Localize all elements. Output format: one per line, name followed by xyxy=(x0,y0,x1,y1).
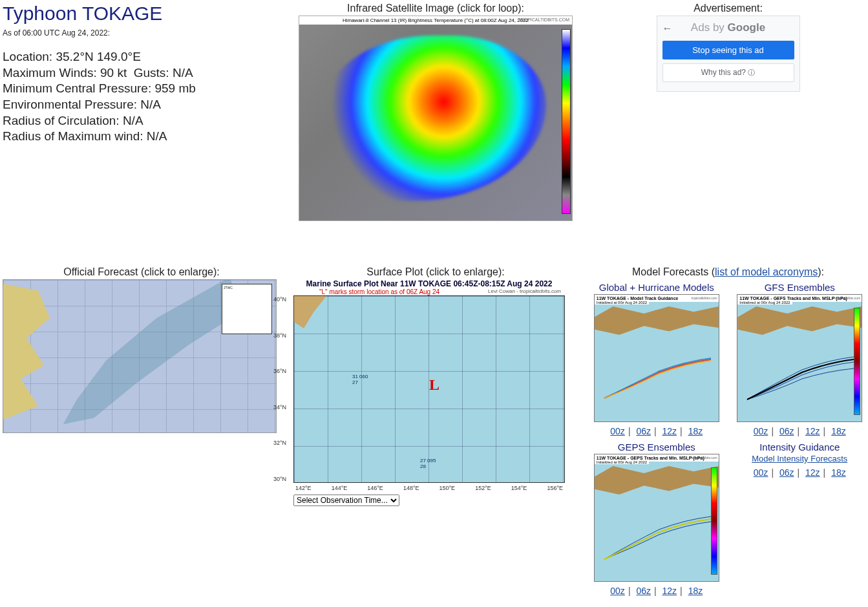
thumb-landmass xyxy=(737,306,862,342)
model-gfs-title: GFS Ensembles xyxy=(734,282,866,293)
thumb-credit: tropicaltidbits.com xyxy=(690,295,719,301)
run-link[interactable]: 18z xyxy=(831,426,846,436)
thumb-track xyxy=(601,513,711,564)
storm-info: Typhoon TOKAGE As of 06:00 UTC Aug 24, 2… xyxy=(3,3,281,221)
surface-obs: 27 09528 xyxy=(420,458,436,469)
thumb-sub: Initialized at 00z Aug 24 2022 xyxy=(595,460,649,464)
model-geps-thumb[interactable]: 11W TOKAGE - GEPS Tracks and Min. MSLP (… xyxy=(594,454,719,582)
models-section: Model Forecasts (list of model acronyms)… xyxy=(591,266,865,596)
location-value: 35.2°N 149.0°E xyxy=(56,50,140,63)
run-link[interactable]: 06z xyxy=(779,467,794,478)
thumb-sub: Initialized at 00z Aug 24 2022 xyxy=(595,301,649,304)
model-intensity: Intensity Guidance Model Intensity Forec… xyxy=(734,442,866,596)
storm-L-marker: L xyxy=(429,376,439,394)
run-link[interactable]: 18z xyxy=(688,586,703,596)
info-icon: ⓘ xyxy=(748,69,755,76)
intensity-forecasts-link[interactable]: Model Intensity Forecasts xyxy=(752,454,847,463)
as-of-time: As of 06:00 UTC Aug 24, 2022: xyxy=(3,28,281,37)
run-link[interactable]: 00z xyxy=(754,426,768,436)
model-intensity-runs: 00z| 06z| 12z| 18z xyxy=(734,467,866,478)
thumb-track xyxy=(601,353,711,405)
acronyms-link[interactable]: list of model acronyms xyxy=(715,266,818,277)
forecast-legend: JTWC xyxy=(222,284,272,334)
maxwind-label: Maximum Winds: xyxy=(3,66,97,80)
run-link[interactable]: 00z xyxy=(754,467,768,478)
thumb-track xyxy=(744,353,854,405)
thumb-credit: tropicaltidbits.com xyxy=(690,454,719,461)
run-link[interactable]: 12z xyxy=(805,467,820,478)
satellite-heading: Infrared Satellite Image (click for loop… xyxy=(293,3,578,14)
surface-obs: 31 06027 xyxy=(352,374,368,385)
thumb-credit: tropicaltidbits.com xyxy=(833,295,862,301)
stop-ad-button[interactable]: Stop seeing this ad xyxy=(662,41,794,59)
maxwind-value: 90 kt xyxy=(100,66,127,80)
roci-label: Radius of Circulation: xyxy=(3,114,120,127)
surface-subtitle: "L" marks storm location as of 06Z Aug 2… xyxy=(293,288,439,295)
model-geps: GEPS Ensembles 11W TOKAGE - GEPS Tracks … xyxy=(591,442,723,596)
model-intensity-title: Intensity Guidance xyxy=(734,442,866,453)
gusts-label: Gusts: xyxy=(134,66,169,80)
model-gfs: GFS Ensembles 11W TOKAGE - GEFS Tracks a… xyxy=(734,282,866,436)
run-link[interactable]: 12z xyxy=(662,586,677,596)
roci-value: N/A xyxy=(123,114,143,127)
run-link[interactable]: 18z xyxy=(831,467,846,478)
model-gfs-thumb[interactable]: 11W TOKAGE - GEFS Tracks and Min. MSLP (… xyxy=(737,294,862,422)
thumb-colorbar xyxy=(854,308,860,415)
rmw-value: N/A xyxy=(147,129,167,143)
run-link[interactable]: 06z xyxy=(636,586,651,596)
thumb-landmass xyxy=(595,306,719,342)
surface-x-axis: 142°E144°E146°E148°E150°E152°E154°E156°E xyxy=(294,485,564,491)
ad-back-icon[interactable]: ← xyxy=(662,23,673,34)
satellite-section: Infrared Satellite Image (click for loop… xyxy=(293,3,578,221)
ad-heading: Advertisement: xyxy=(591,3,865,14)
model-global-title: Global + Hurricane Models xyxy=(591,282,723,293)
surface-y-axis: 40°N38°N36°N34°N32°N30°N xyxy=(273,296,286,482)
model-global-thumb[interactable]: 11W TOKAGE - Model Track Guidance Initia… xyxy=(594,294,719,422)
envpress-value: N/A xyxy=(140,98,161,111)
run-link[interactable]: 00z xyxy=(610,426,625,436)
models-heading: Model Forecasts (list of model acronyms)… xyxy=(591,266,865,278)
advertisement-section: Advertisement: ← Ads by Google Stop seei… xyxy=(591,3,865,221)
why-ad-button[interactable]: Why this ad? ⓘ xyxy=(662,63,794,82)
run-link[interactable]: 12z xyxy=(662,426,677,436)
ad-box: ← Ads by Google Stop seeing this ad Why … xyxy=(657,16,800,92)
gusts-value: N/A xyxy=(173,66,193,80)
run-link[interactable]: 00z xyxy=(610,586,625,596)
storm-stats: Location: 35.2°N 149.0°E Maximum Winds: … xyxy=(3,49,281,145)
forecast-section: Official Forecast (click to enlarge): JT… xyxy=(3,266,281,596)
run-link[interactable]: 18z xyxy=(688,426,703,436)
run-link[interactable]: 12z xyxy=(805,426,820,436)
forecast-map[interactable]: JTWC xyxy=(3,279,277,433)
surface-title: Marine Surface Plot Near 11W TOKAGE 06:4… xyxy=(293,279,565,288)
thumb-landmass xyxy=(595,466,719,502)
surface-heading: Surface Plot (click to enlarge): xyxy=(293,266,578,278)
satellite-source: TROPICALTIDBITS.COM xyxy=(515,16,572,23)
rmw-label: Radius of Maximum wind: xyxy=(3,129,143,143)
surface-map[interactable]: L 31 06027 27 09528 40°N38°N36°N34°N32°N… xyxy=(293,295,565,483)
envpress-label: Environmental Pressure: xyxy=(3,98,137,111)
pressure-label: Minimum Central Pressure: xyxy=(3,81,151,95)
forecast-heading: Official Forecast (click to enlarge): xyxy=(3,266,281,278)
model-geps-title: GEPS Ensembles xyxy=(591,442,723,453)
ads-by-label: Ads by Google xyxy=(662,21,794,34)
surface-section: Surface Plot (click to enlarge): Marine … xyxy=(293,266,578,596)
pressure-value: 959 mb xyxy=(154,81,195,95)
run-link[interactable]: 06z xyxy=(779,426,794,436)
model-geps-runs: 00z| 06z| 12z| 18z xyxy=(591,586,723,596)
surface-credit: Levi Cowan - tropicaltidbits.com xyxy=(488,288,565,295)
run-link[interactable]: 06z xyxy=(636,426,651,436)
storm-title: Typhoon TOKAGE xyxy=(3,3,281,25)
model-global-runs: 00z| 06z| 12z| 18z xyxy=(591,426,723,436)
satellite-colorbar xyxy=(562,29,571,214)
observation-time-select[interactable]: Select Observation Time... xyxy=(293,495,399,506)
location-label: Location: xyxy=(3,50,52,63)
thumb-sub: Initialized at 00z Aug 24 2022 xyxy=(737,301,792,304)
satellite-image[interactable]: Himawari-8 Channel 13 (IR) Brightness Te… xyxy=(299,16,573,221)
model-gfs-runs: 00z| 06z| 12z| 18z xyxy=(734,426,866,436)
thumb-colorbar xyxy=(711,467,717,575)
model-global: Global + Hurricane Models 11W TOKAGE - M… xyxy=(591,282,723,436)
